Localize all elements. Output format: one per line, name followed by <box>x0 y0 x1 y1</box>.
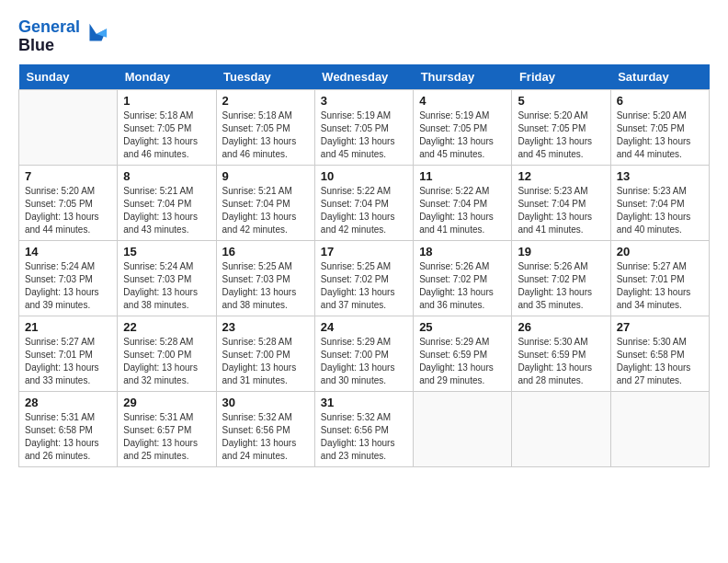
day-cell: 29Sunrise: 5:31 AMSunset: 6:57 PMDayligh… <box>118 391 216 466</box>
logo-text: GeneralBlue <box>18 18 80 55</box>
day-number: 3 <box>321 94 407 108</box>
day-info: Sunrise: 5:27 AMSunset: 7:01 PMDaylight:… <box>25 336 111 387</box>
day-cell: 16Sunrise: 5:25 AMSunset: 7:03 PMDayligh… <box>216 240 314 316</box>
day-info: Sunrise: 5:19 AMSunset: 7:05 PMDaylight:… <box>321 109 407 161</box>
day-info: Sunrise: 5:31 AMSunset: 6:57 PMDaylight:… <box>123 411 210 463</box>
day-cell <box>414 391 512 466</box>
day-cell: 1Sunrise: 5:18 AMSunset: 7:05 PMDaylight… <box>118 89 216 165</box>
day-info: Sunrise: 5:28 AMSunset: 7:00 PMDaylight:… <box>123 336 210 387</box>
day-number: 29 <box>123 396 210 409</box>
day-cell: 13Sunrise: 5:23 AMSunset: 7:04 PMDayligh… <box>610 165 709 240</box>
day-number: 12 <box>518 169 604 183</box>
day-info: Sunrise: 5:21 AMSunset: 7:04 PMDaylight:… <box>222 185 309 236</box>
week-row-5: 28Sunrise: 5:31 AMSunset: 6:58 PMDayligh… <box>19 391 710 466</box>
day-cell: 2Sunrise: 5:18 AMSunset: 7:05 PMDaylight… <box>216 89 314 165</box>
day-number: 18 <box>419 245 506 259</box>
day-number: 21 <box>25 320 111 334</box>
week-row-2: 7Sunrise: 5:20 AMSunset: 7:05 PMDaylight… <box>19 165 710 240</box>
day-cell: 17Sunrise: 5:25 AMSunset: 7:02 PMDayligh… <box>314 240 413 316</box>
day-number: 11 <box>419 169 506 183</box>
day-info: Sunrise: 5:26 AMSunset: 7:02 PMDaylight:… <box>518 260 604 312</box>
day-cell <box>610 391 709 466</box>
week-row-3: 14Sunrise: 5:24 AMSunset: 7:03 PMDayligh… <box>19 240 710 316</box>
day-number: 1 <box>123 94 210 108</box>
day-info: Sunrise: 5:23 AMSunset: 7:04 PMDaylight:… <box>518 185 604 236</box>
day-number: 17 <box>321 245 407 259</box>
day-number: 4 <box>419 94 506 108</box>
day-info: Sunrise: 5:22 AMSunset: 7:04 PMDaylight:… <box>419 185 506 236</box>
day-number: 7 <box>25 169 111 183</box>
day-number: 27 <box>617 320 703 334</box>
week-row-1: 1Sunrise: 5:18 AMSunset: 7:05 PMDaylight… <box>19 89 710 165</box>
day-cell <box>19 89 118 165</box>
day-cell: 28Sunrise: 5:31 AMSunset: 6:58 PMDayligh… <box>19 391 118 466</box>
day-cell: 14Sunrise: 5:24 AMSunset: 7:03 PMDayligh… <box>19 240 118 316</box>
day-info: Sunrise: 5:25 AMSunset: 7:03 PMDaylight:… <box>222 260 309 312</box>
day-cell: 26Sunrise: 5:30 AMSunset: 6:59 PMDayligh… <box>512 316 610 391</box>
day-cell: 8Sunrise: 5:21 AMSunset: 7:04 PMDaylight… <box>118 165 216 240</box>
day-cell: 9Sunrise: 5:21 AMSunset: 7:04 PMDaylight… <box>216 165 314 240</box>
day-number: 15 <box>123 245 210 259</box>
day-info: Sunrise: 5:22 AMSunset: 7:04 PMDaylight:… <box>321 185 407 236</box>
day-info: Sunrise: 5:20 AMSunset: 7:05 PMDaylight:… <box>25 185 111 236</box>
day-cell: 12Sunrise: 5:23 AMSunset: 7:04 PMDayligh… <box>512 165 610 240</box>
day-number: 14 <box>25 245 111 259</box>
day-info: Sunrise: 5:21 AMSunset: 7:04 PMDaylight:… <box>123 185 210 236</box>
day-number: 6 <box>617 94 703 108</box>
day-number: 31 <box>321 396 407 409</box>
header-thursday: Thursday <box>414 64 512 90</box>
day-number: 8 <box>123 169 210 183</box>
day-info: Sunrise: 5:19 AMSunset: 7:05 PMDaylight:… <box>419 109 506 161</box>
day-info: Sunrise: 5:30 AMSunset: 6:58 PMDaylight:… <box>617 336 703 387</box>
day-cell: 18Sunrise: 5:26 AMSunset: 7:02 PMDayligh… <box>414 240 512 316</box>
day-cell: 30Sunrise: 5:32 AMSunset: 6:56 PMDayligh… <box>216 391 314 466</box>
day-info: Sunrise: 5:28 AMSunset: 7:00 PMDaylight:… <box>222 336 309 387</box>
day-info: Sunrise: 5:18 AMSunset: 7:05 PMDaylight:… <box>123 109 210 161</box>
day-cell: 3Sunrise: 5:19 AMSunset: 7:05 PMDaylight… <box>314 89 413 165</box>
day-cell: 20Sunrise: 5:27 AMSunset: 7:01 PMDayligh… <box>610 240 709 316</box>
day-info: Sunrise: 5:31 AMSunset: 6:58 PMDaylight:… <box>25 411 111 463</box>
day-cell: 15Sunrise: 5:24 AMSunset: 7:03 PMDayligh… <box>118 240 216 316</box>
day-cell: 7Sunrise: 5:20 AMSunset: 7:05 PMDaylight… <box>19 165 118 240</box>
day-info: Sunrise: 5:24 AMSunset: 7:03 PMDaylight:… <box>25 260 111 312</box>
day-number: 5 <box>518 94 604 108</box>
day-number: 23 <box>222 320 309 334</box>
day-info: Sunrise: 5:29 AMSunset: 6:59 PMDaylight:… <box>419 336 506 387</box>
day-cell: 23Sunrise: 5:28 AMSunset: 7:00 PMDayligh… <box>216 316 314 391</box>
day-cell: 24Sunrise: 5:29 AMSunset: 7:00 PMDayligh… <box>314 316 413 391</box>
day-number: 16 <box>222 245 309 259</box>
calendar-table: SundayMondayTuesdayWednesdayThursdayFrid… <box>18 64 710 467</box>
day-number: 2 <box>222 94 309 108</box>
logo-icon <box>83 20 108 46</box>
day-cell: 10Sunrise: 5:22 AMSunset: 7:04 PMDayligh… <box>314 165 413 240</box>
day-info: Sunrise: 5:30 AMSunset: 6:59 PMDaylight:… <box>518 336 604 387</box>
day-number: 20 <box>617 245 703 259</box>
day-cell: 5Sunrise: 5:20 AMSunset: 7:05 PMDaylight… <box>512 89 610 165</box>
day-cell: 4Sunrise: 5:19 AMSunset: 7:05 PMDaylight… <box>414 89 512 165</box>
day-cell: 6Sunrise: 5:20 AMSunset: 7:05 PMDaylight… <box>610 89 709 165</box>
day-number: 19 <box>518 245 604 259</box>
day-info: Sunrise: 5:18 AMSunset: 7:05 PMDaylight:… <box>222 109 309 161</box>
header-sunday: Sunday <box>19 64 118 90</box>
day-cell: 31Sunrise: 5:32 AMSunset: 6:56 PMDayligh… <box>314 391 413 466</box>
header-row: SundayMondayTuesdayWednesdayThursdayFrid… <box>19 64 710 90</box>
day-info: Sunrise: 5:26 AMSunset: 7:02 PMDaylight:… <box>419 260 506 312</box>
header-saturday: Saturday <box>610 64 709 90</box>
header-friday: Friday <box>512 64 610 90</box>
day-info: Sunrise: 5:32 AMSunset: 6:56 PMDaylight:… <box>321 411 407 463</box>
day-info: Sunrise: 5:24 AMSunset: 7:03 PMDaylight:… <box>123 260 210 312</box>
day-number: 28 <box>25 396 111 409</box>
day-number: 25 <box>419 320 506 334</box>
day-cell <box>512 391 610 466</box>
day-cell: 21Sunrise: 5:27 AMSunset: 7:01 PMDayligh… <box>19 316 118 391</box>
day-info: Sunrise: 5:29 AMSunset: 7:00 PMDaylight:… <box>321 336 407 387</box>
header-wednesday: Wednesday <box>314 64 413 90</box>
day-number: 13 <box>617 169 703 183</box>
day-number: 30 <box>222 396 309 409</box>
day-number: 24 <box>321 320 407 334</box>
day-number: 10 <box>321 169 407 183</box>
day-info: Sunrise: 5:23 AMSunset: 7:04 PMDaylight:… <box>617 185 703 236</box>
day-info: Sunrise: 5:27 AMSunset: 7:01 PMDaylight:… <box>617 260 703 312</box>
day-cell: 11Sunrise: 5:22 AMSunset: 7:04 PMDayligh… <box>414 165 512 240</box>
day-info: Sunrise: 5:32 AMSunset: 6:56 PMDaylight:… <box>222 411 309 463</box>
